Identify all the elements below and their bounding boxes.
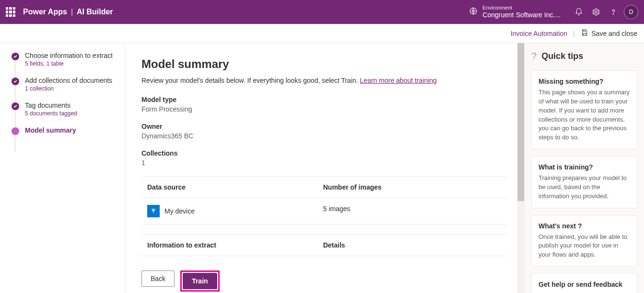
page-title: Model summary xyxy=(141,57,508,71)
check-icon xyxy=(12,102,19,110)
subheader: Invoice Automation | Save and close xyxy=(0,24,644,43)
save-icon xyxy=(581,29,588,38)
tip-title: What is training? xyxy=(539,163,630,171)
upload-icon xyxy=(147,205,160,217)
tip-card: What is training? Training prepares your… xyxy=(531,156,637,208)
collections-value: 1 xyxy=(141,159,508,167)
help-icon: ? xyxy=(531,51,537,62)
model-type-value: Form Processing xyxy=(141,105,508,113)
tips-heading: ? Quick tips xyxy=(531,51,637,62)
owner-value: Dynamics365 BC xyxy=(141,132,508,140)
check-icon xyxy=(12,78,19,85)
page-description: Review your model's details below. If ev… xyxy=(141,77,508,84)
globe-icon xyxy=(469,7,478,17)
save-and-close-button[interactable]: Save and close xyxy=(581,29,637,38)
step-tag-documents[interactable]: Tag documents 5 documents tagged xyxy=(12,101,116,117)
step-title: Choose information to extract xyxy=(25,52,113,59)
svg-point-2 xyxy=(613,14,613,14)
step-subtitle: 5 documents tagged xyxy=(25,110,77,117)
owner-label: Owner xyxy=(141,123,508,130)
svg-point-1 xyxy=(595,11,597,13)
step-title: Model summary xyxy=(25,126,76,134)
section-name[interactable]: AI Builder xyxy=(77,8,113,16)
images-count-value: 5 images xyxy=(317,198,508,224)
environment-picker[interactable]: Environment Congruent Software Inc.... xyxy=(469,5,561,19)
check-icon xyxy=(12,53,19,60)
tip-card: Missing something? This page shows you a… xyxy=(531,70,637,149)
tip-card: Get help or send feedback xyxy=(531,273,637,293)
step-subtitle: 1 collection xyxy=(25,85,112,92)
avatar[interactable]: D xyxy=(624,5,638,19)
tip-body: Training prepares your model to be used,… xyxy=(539,174,630,201)
data-source-table: Data source Number of images My device 5… xyxy=(141,176,508,225)
column-number-of-images: Number of images xyxy=(317,177,508,198)
app-name[interactable]: Power Apps xyxy=(23,8,67,16)
tip-body: This page shows you a summary of what wi… xyxy=(539,88,630,142)
app-launcher-icon[interactable] xyxy=(6,7,15,17)
table-row: My device 5 images xyxy=(141,198,508,225)
wizard-sidebar: Choose information to extract 5 fields, … xyxy=(0,43,125,293)
current-step-icon xyxy=(12,127,19,135)
main-content: Model summary Review your model's detail… xyxy=(125,43,524,293)
column-information: Information to extract xyxy=(141,235,317,256)
step-subtitle: 5 fields, 1 table xyxy=(25,60,113,67)
collections-label: Collections xyxy=(141,149,508,157)
save-label: Save and close xyxy=(591,30,637,37)
learn-more-link[interactable]: Learn more about training xyxy=(360,77,437,84)
back-button[interactable]: Back xyxy=(141,270,175,287)
app-header: Power Apps | AI Builder Environment Cong… xyxy=(0,0,644,24)
app-divider: | xyxy=(71,8,73,16)
data-source-value: My device xyxy=(164,207,195,215)
tip-title: Missing something? xyxy=(539,78,630,85)
step-choose-information[interactable]: Choose information to extract 5 fields, … xyxy=(12,52,116,67)
tip-title: Get help or send feedback xyxy=(539,281,630,288)
environment-name: Congruent Software Inc.... xyxy=(482,11,561,19)
help-icon[interactable] xyxy=(605,3,622,21)
quick-tips-panel: ? Quick tips Missing something? This pag… xyxy=(524,43,644,293)
breadcrumb[interactable]: Invoice Automation xyxy=(511,30,567,37)
tip-body: Once trained, you will be able to publis… xyxy=(539,233,630,260)
tip-card: What's next ? Once trained, you will be … xyxy=(531,215,637,267)
column-data-source: Data source xyxy=(141,177,317,198)
step-title: Tag documents xyxy=(25,101,77,109)
tip-title: What's next ? xyxy=(539,222,630,230)
subheader-divider: | xyxy=(573,29,575,38)
information-table: Information to extract Details xyxy=(141,234,508,256)
column-details: Details xyxy=(317,235,508,256)
environment-label: Environment xyxy=(482,5,561,11)
settings-icon[interactable] xyxy=(587,3,605,21)
model-type-label: Model type xyxy=(141,96,508,103)
step-model-summary[interactable]: Model summary xyxy=(12,126,116,135)
scrollbar[interactable] xyxy=(517,43,524,293)
notifications-icon[interactable] xyxy=(570,3,587,21)
step-title: Add collections of documents xyxy=(25,77,112,84)
train-button[interactable]: Train xyxy=(183,273,217,289)
step-add-collections[interactable]: Add collections of documents 1 collectio… xyxy=(12,77,116,92)
